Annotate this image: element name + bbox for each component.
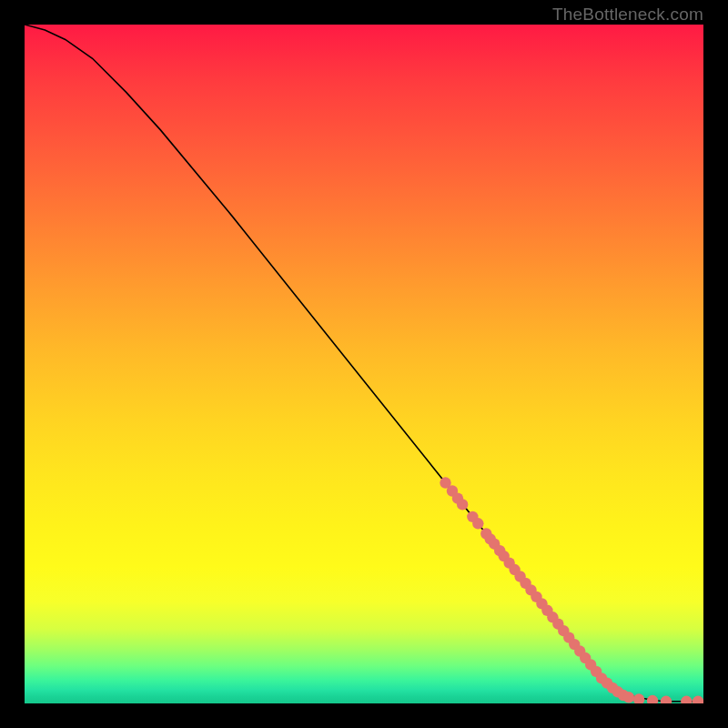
marker-dot: [457, 499, 468, 510]
chart: TheBottleneck.com: [25, 25, 703, 703]
marker-dot: [623, 692, 634, 703]
curve-line: [25, 25, 703, 702]
chart-overlay: [25, 25, 703, 703]
marker-dot: [633, 693, 644, 703]
marker-dot: [472, 518, 483, 529]
marker-group: [440, 477, 703, 703]
marker-dot: [693, 696, 703, 703]
marker-dot: [661, 696, 672, 703]
plot-area: [25, 25, 703, 703]
marker-dot: [647, 695, 658, 703]
watermark-text: TheBottleneck.com: [552, 5, 703, 25]
marker-dot: [681, 696, 692, 703]
